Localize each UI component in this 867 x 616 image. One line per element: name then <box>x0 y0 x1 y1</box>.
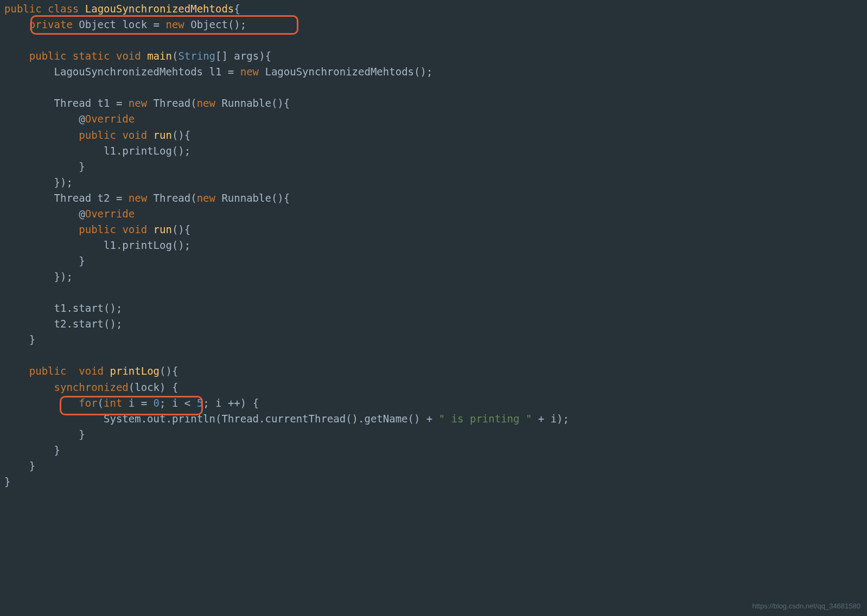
code-line: }); <box>4 176 73 188</box>
code-line: t2.start(); <box>4 318 122 330</box>
code-line: public void run(){ <box>4 129 190 141</box>
code-line: Thread t2 = new Thread(new Runnable(){ <box>4 192 290 204</box>
code-line: public class LagouSynchronizedMehtods{ <box>4 3 240 15</box>
code-line: } <box>4 476 10 487</box>
code-line: @Override <box>4 113 135 125</box>
code-line: } <box>4 161 85 172</box>
code-line: synchronized(lock) { <box>4 381 178 393</box>
code-line: for(int i = 0; i < 5; i ++) { <box>4 397 259 409</box>
code-line: } <box>4 255 85 267</box>
code-block: public class LagouSynchronizedMehtods{ p… <box>4 1 863 490</box>
code-line: System.out.println(Thread.currentThread(… <box>4 413 569 425</box>
code-line: } <box>4 460 35 472</box>
watermark-text: https://blog.csdn.net/qq_34681580 <box>753 601 861 612</box>
code-line: }); <box>4 271 73 283</box>
code-line: LagouSynchronizedMehtods l1 = new LagouS… <box>4 66 432 78</box>
code-line: } <box>4 428 85 440</box>
code-line: private Object lock = new Object(); <box>4 18 246 30</box>
code-line: Thread t1 = new Thread(new Runnable(){ <box>4 97 290 109</box>
code-line: public void printLog(){ <box>4 365 178 377</box>
code-line: public void run(){ <box>4 223 190 235</box>
code-line: } <box>4 444 60 456</box>
code-line: t1.start(); <box>4 302 122 314</box>
code-line: l1.printLog(); <box>4 239 190 251</box>
code-line: @Override <box>4 208 135 220</box>
code-line: public static void main(String[] args){ <box>4 50 271 62</box>
code-line: } <box>4 333 35 345</box>
code-line: l1.printLog(); <box>4 145 190 157</box>
